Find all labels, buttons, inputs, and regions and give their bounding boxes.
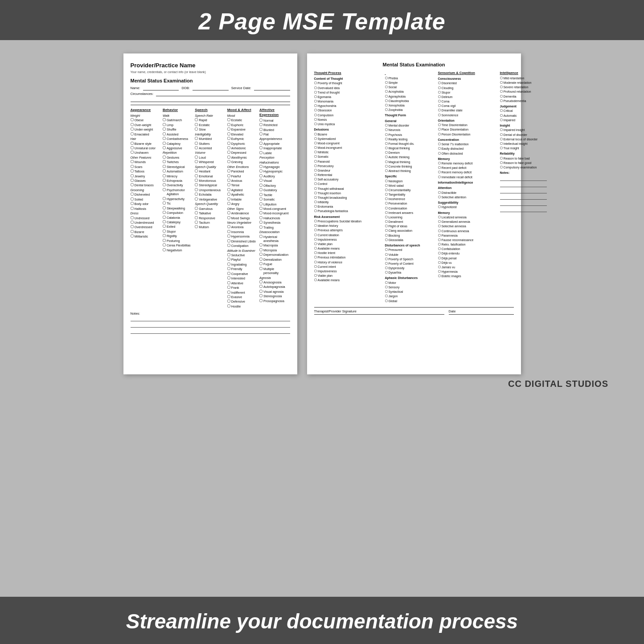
notes-section: Notes: — [131, 312, 290, 334]
practice-name: Provider/Practice Name — [131, 62, 290, 70]
circumstances-label: Circumstances: — [131, 92, 154, 96]
right-notes-line3[interactable] — [500, 188, 547, 193]
right-main-grid: Thought Process Content of Thought Pover… — [314, 71, 514, 304]
mse-title-right: Mental Status Examination — [314, 62, 514, 68]
intelligence-header: Intelligence — [500, 71, 547, 75]
service-date-label: Service Date: — [231, 86, 251, 90]
weight-sub: Weight — [131, 114, 161, 118]
notes-line1[interactable] — [131, 316, 290, 321]
signature-label: Therapist/Provider Signature — [314, 309, 357, 313]
right-notes-line6[interactable] — [500, 207, 547, 212]
right-notes-line4[interactable] — [500, 194, 547, 200]
mse-title-left: Mental Status Examination — [131, 78, 290, 84]
signature-row: Therapist/Provider Signature Date — [314, 307, 514, 315]
thought-process-header: Thought Process — [314, 71, 383, 75]
bottom-banner: Streamline your documentation process — [0, 597, 644, 644]
sensorium-col: Sensorium & Cognition Consciousness Diso… — [438, 71, 498, 304]
signature-field[interactable]: Therapist/Provider Signature — [314, 309, 444, 315]
page-left: Provider/Practice Name Your name, creden… — [123, 53, 297, 374]
notes-label: Notes: — [131, 312, 290, 316]
page-right: Mental Status Examination Thought Proces… — [307, 53, 521, 374]
date-field[interactable]: Date — [449, 309, 514, 315]
top-banner: 2 Page MSE Template — [0, 0, 644, 40]
behavior-col: Behavior Walk Gait/march Limp Shuffle As… — [163, 108, 193, 309]
circumstances-field[interactable] — [156, 92, 290, 96]
practice-sub: Your name, credentials, or contact info … — [131, 70, 290, 74]
affective-col: Affective Expression Normal Restricted B… — [259, 108, 290, 309]
name-label: Name: — [131, 86, 140, 90]
dob-field[interactable] — [193, 86, 229, 90]
speech-header: Speech — [195, 108, 225, 113]
intelligence-col: Intelligence Mild retardation Moderate r… — [500, 71, 547, 304]
circumstances-row: Circumstances: — [131, 92, 290, 96]
service-date-field[interactable] — [254, 86, 290, 90]
circumstances-line2[interactable] — [131, 98, 290, 102]
mood-header: Mood & Affect — [227, 108, 258, 113]
right-notes-line5[interactable] — [500, 201, 547, 206]
notes-line3[interactable] — [131, 328, 290, 334]
name-row: Name: DOB: Service Date: — [131, 86, 290, 90]
appearance-header: Appearance — [131, 108, 161, 113]
thought-form-col: Phobia Simple Social Acrophobia Agorapho… — [385, 71, 436, 304]
speech-col: Speech Speech Rate Rapid Ecstatic Slow I… — [195, 108, 225, 309]
mood-col: Mood & Affect Mood Ecstatic Euphoric Exp… — [227, 108, 258, 309]
behavior-header: Behavior — [163, 108, 193, 113]
cc-credit: CC DIGITAL STUDIOS — [9, 379, 635, 389]
thought-process-col: Thought Process Content of Thought Pover… — [314, 71, 383, 304]
cb-obese: Obese — [131, 118, 161, 122]
right-notes-line2[interactable] — [500, 182, 547, 187]
main-title: 2 Page MSE Template — [0, 8, 644, 35]
pages-wrapper: Provider/Practice Name Your name, creden… — [123, 53, 521, 374]
date-label: Date — [449, 309, 456, 313]
right-notes-line1[interactable] — [500, 176, 547, 181]
affective-header: Affective Expression — [259, 108, 290, 118]
sensorium-header: Sensorium & Cognition — [438, 71, 498, 75]
appearance-col: Appearance Weight Obese Over-weight Unde… — [131, 108, 161, 309]
name-field[interactable] — [143, 86, 179, 90]
bottom-title: Streamline your documentation process — [0, 609, 644, 633]
dob-label: DOB: — [181, 86, 189, 90]
divider1 — [131, 105, 290, 105]
notes-line2[interactable] — [131, 322, 290, 328]
main-content: Provider/Practice Name Your name, creden… — [0, 40, 644, 597]
